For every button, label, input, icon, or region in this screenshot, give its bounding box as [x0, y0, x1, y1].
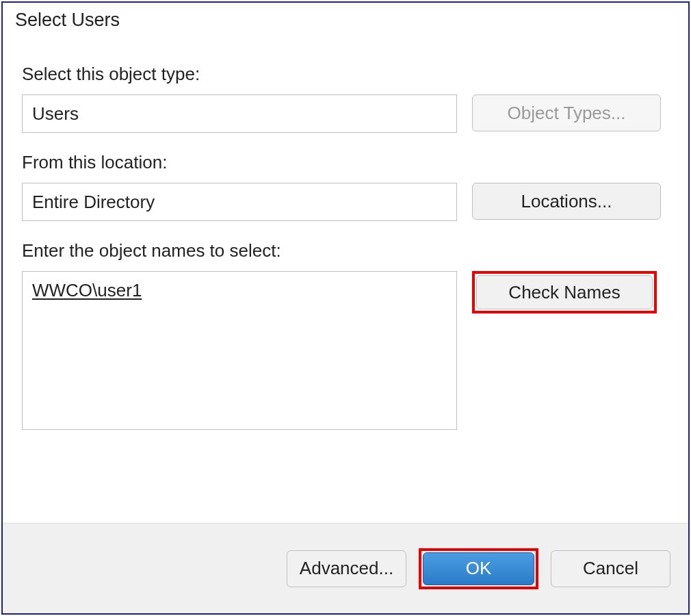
dialog-content: Select this object type: Users Object Ty…: [3, 34, 688, 523]
object-type-label: Select this object type:: [22, 64, 672, 85]
resolved-user-name: WWCO\user1: [32, 280, 142, 300]
object-type-section: Select this object type: Users Object Ty…: [22, 44, 672, 133]
check-names-button[interactable]: Check Names: [476, 275, 653, 309]
object-type-field: Users: [22, 94, 457, 133]
ok-button-highlight: OK: [419, 548, 538, 589]
location-label: From this location:: [22, 152, 672, 173]
object-type-value: Users: [32, 103, 79, 125]
dialog-footer: Advanced... OK Cancel: [3, 523, 688, 613]
object-names-section: Enter the object names to select: WWCO\u…: [22, 221, 672, 430]
location-value: Entire Directory: [32, 192, 155, 213]
locations-button[interactable]: Locations...: [472, 183, 661, 220]
cancel-button[interactable]: Cancel: [551, 550, 670, 587]
dialog-title: Select Users: [3, 3, 688, 34]
object-names-label: Enter the object names to select:: [22, 240, 672, 261]
advanced-button[interactable]: Advanced...: [287, 550, 406, 587]
ok-button[interactable]: OK: [423, 552, 534, 585]
object-names-input[interactable]: WWCO\user1: [22, 271, 457, 430]
select-users-dialog: Select Users Select this object type: Us…: [1, 1, 690, 615]
location-section: From this location: Entire Directory Loc…: [22, 133, 672, 221]
location-field: Entire Directory: [22, 183, 457, 221]
check-names-highlight: Check Names: [472, 271, 657, 313]
object-types-button[interactable]: Object Types...: [472, 94, 661, 131]
